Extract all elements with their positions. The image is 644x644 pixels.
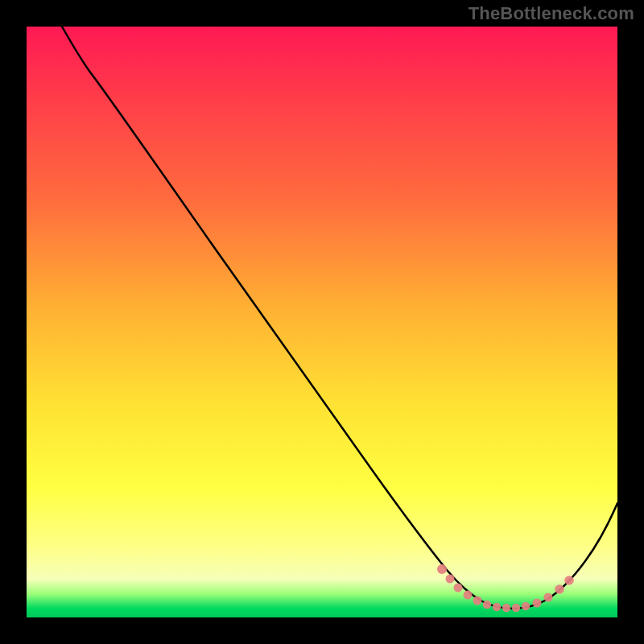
svg-point-11 [544, 593, 553, 602]
svg-point-13 [564, 576, 574, 585]
svg-point-2 [454, 584, 463, 592]
svg-point-1 [446, 575, 455, 584]
svg-point-12 [555, 584, 564, 594]
svg-point-6 [493, 603, 501, 611]
svg-point-3 [464, 591, 473, 600]
plot-area [27, 27, 617, 617]
svg-point-9 [522, 602, 530, 610]
svg-point-10 [533, 599, 542, 608]
curve-path [62, 27, 617, 609]
svg-point-7 [502, 604, 510, 612]
svg-point-5 [483, 601, 491, 609]
chart-frame: TheBottleneck.com [0, 0, 644, 644]
chart-svg [27, 27, 617, 617]
svg-point-0 [437, 564, 447, 574]
svg-point-8 [512, 604, 520, 612]
svg-point-4 [473, 597, 482, 605]
watermark-text: TheBottleneck.com [469, 3, 634, 24]
marker-group [437, 564, 574, 612]
